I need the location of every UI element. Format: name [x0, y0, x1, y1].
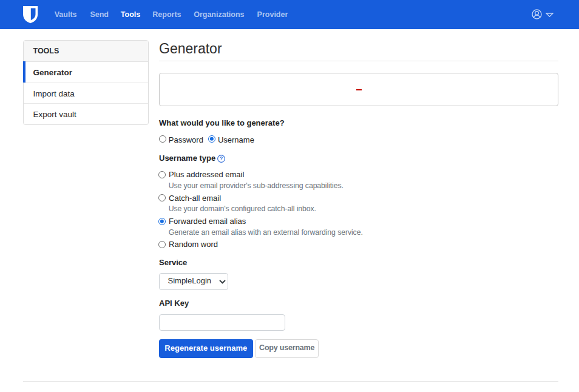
svg-text:?: ? [219, 155, 222, 161]
